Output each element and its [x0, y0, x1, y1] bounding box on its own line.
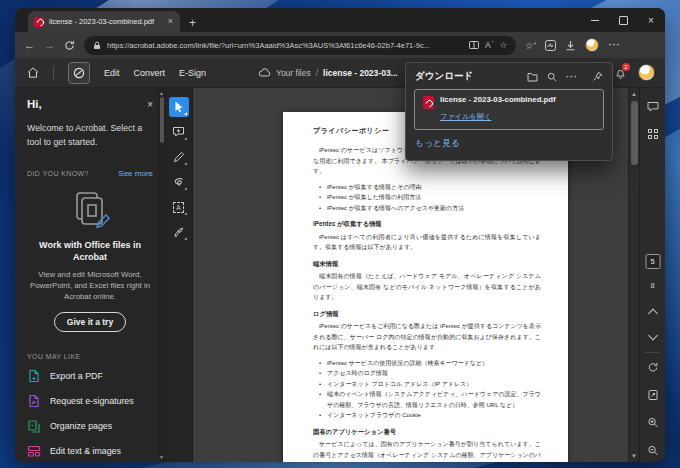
comment-tool[interactable] — [169, 122, 189, 142]
back-button[interactable]: ← — [24, 40, 35, 51]
pdf-bullet: iPentec サービスの使用状況の詳細（検索キーワードなど） — [313, 358, 541, 369]
favorites-bar-icon[interactable]: ☆+ — [525, 40, 536, 51]
open-file-link[interactable]: ファイルを開く — [440, 112, 491, 122]
menu-esign[interactable]: E-Sign — [179, 68, 206, 78]
forward-button[interactable]: → — [44, 40, 55, 51]
scroll-down-icon[interactable]: ▼ — [631, 453, 637, 459]
promo-description: View and edit Microsoft Word, PowerPoint… — [27, 269, 153, 303]
window-controls: × — [581, 8, 665, 32]
pin-downloads-icon[interactable] — [592, 71, 603, 82]
breadcrumb: Your files / license - 2023-03... PDF — [258, 68, 421, 78]
document-scrollbar[interactable]: ▲ ▼ — [628, 88, 639, 462]
pdf-file-icon — [423, 96, 434, 109]
fit-page-icon[interactable] — [647, 389, 658, 401]
menu-convert[interactable]: Convert — [134, 68, 166, 78]
greeting-text: Hi, — [27, 98, 42, 110]
home-icon[interactable] — [27, 67, 39, 78]
toolbar-right-group: 2 — [615, 64, 655, 81]
downloads-icon[interactable] — [565, 40, 576, 51]
url-field[interactable]: https://acrobat.adobe.com/link/file/?uri… — [84, 36, 516, 55]
browser-essentials-icon[interactable] — [545, 40, 556, 51]
welcome-text: Welcome to Acrobat. Select a tool to get… — [27, 122, 153, 149]
notifications-bell-icon[interactable]: 2 — [615, 67, 626, 79]
read-aloud-icon[interactable]: Aˆ — [485, 40, 493, 50]
pdf-heading: 端末情報 — [313, 260, 541, 269]
desktop-wallpaper: license - 2023-03-combined.pdf × + × ← → — [0, 0, 680, 468]
add-text-tool[interactable]: A — [169, 197, 189, 217]
page-thumbnails-icon[interactable] — [648, 129, 658, 139]
add-favorite-icon[interactable]: ☆ — [499, 40, 507, 50]
acrobat-profile-avatar[interactable] — [638, 64, 655, 81]
fill-sign-tool[interactable] — [169, 222, 189, 242]
sidebar-item-edit-text-images[interactable]: Edit text & images — [27, 439, 153, 462]
split-screen-icon[interactable] — [469, 40, 479, 50]
address-bar: ← → https://acrobat.adobe.com/link/file/… — [15, 32, 665, 58]
zoom-in-icon[interactable] — [647, 417, 658, 428]
text-box-icon: A — [173, 202, 184, 213]
comments-panel-icon[interactable] — [646, 101, 659, 113]
request-esignatures-icon — [27, 394, 41, 408]
maximize-button[interactable] — [609, 8, 637, 32]
sidebar-item-label: Organize pages — [50, 421, 112, 431]
pdf-bullet: iPentec が収集する情報へのアクセスや更新の方法 — [313, 203, 541, 214]
rail-divider — [645, 352, 660, 353]
search-downloads-icon[interactable] — [547, 72, 557, 82]
url-text: https://acrobat.adobe.com/link/file/?uri… — [107, 41, 463, 50]
select-tool[interactable] — [169, 97, 189, 117]
page-number-input[interactable]: 5 — [645, 254, 660, 269]
download-item[interactable]: license - 2023-03-combined.pdf ファイルを開く — [414, 89, 604, 130]
tab-close-icon[interactable]: × — [167, 17, 174, 26]
rotate-page-icon[interactable] — [647, 362, 658, 373]
close-window-button[interactable]: × — [637, 8, 665, 32]
see-more-link[interactable]: See more — [118, 169, 153, 178]
panel-scroll-thumb[interactable] — [160, 97, 164, 143]
pdf-heading: 固有のアプリケーション番号 — [313, 428, 541, 437]
panel-close-icon[interactable]: × — [147, 99, 153, 110]
sidebar-item-label: Export a PDF — [50, 371, 103, 381]
scroll-thumb[interactable] — [631, 101, 638, 165]
highlight-tool[interactable] — [169, 172, 189, 192]
did-you-know-label: DID YOU KNOW? — [27, 170, 89, 177]
browser-tab[interactable]: license - 2023-03-combined.pdf × — [28, 11, 180, 32]
pdf-favicon-icon — [34, 17, 44, 27]
minimize-button[interactable] — [581, 8, 609, 32]
see-more-downloads-link[interactable]: もっと見る — [406, 130, 612, 156]
lock-icon — [93, 41, 101, 50]
browser-profile-avatar[interactable] — [585, 38, 599, 52]
notification-badge: 2 — [622, 63, 630, 71]
sidebar-item-export-pdf[interactable]: Export a PDF — [27, 364, 153, 389]
download-file-name: license - 2023-03-combined.pdf — [440, 95, 556, 105]
acrobat-logo-button[interactable] — [68, 62, 90, 84]
sidebar-item-organize-pages[interactable]: Organize pages — [27, 414, 153, 439]
tool-suggestions-list: Export a PDF Request e-signatures Organi… — [27, 364, 153, 462]
office-files-icon — [27, 190, 153, 232]
previous-page-icon[interactable] — [648, 309, 658, 319]
next-page-icon[interactable] — [648, 331, 658, 341]
scroll-up-icon[interactable]: ▲ — [631, 91, 637, 97]
draw-tool[interactable] — [169, 147, 189, 167]
pdf-heading: ログ情報 — [313, 310, 541, 319]
breadcrumb-separator: / — [316, 68, 318, 78]
browser-menu-icon[interactable]: ··· — [608, 40, 620, 50]
downloads-more-icon[interactable]: ··· — [566, 72, 578, 82]
browser-window: license - 2023-03-combined.pdf × + × ← → — [15, 8, 665, 462]
pdf-bullet: インターネットブラウザの Cookie — [313, 410, 541, 421]
new-tab-button[interactable]: + — [189, 17, 196, 29]
sidebar-item-label: Request e-signatures — [50, 396, 134, 406]
breadcrumb-your-files[interactable]: Your files — [276, 68, 311, 78]
refresh-button[interactable] — [64, 40, 75, 51]
scroll-up-icon[interactable]: ▲ — [159, 90, 164, 96]
cloud-icon — [258, 68, 271, 77]
downloads-popup: ダウンロード ··· — [405, 62, 613, 161]
panel-scrollbar[interactable]: ▲ ▼ — [158, 88, 165, 462]
pdf-bullet: インターネット プロトコル アドレス（IP アドレス） — [313, 379, 541, 390]
browser-titlebar: license - 2023-03-combined.pdf × + × — [15, 8, 665, 32]
zoom-out-icon[interactable] — [647, 445, 658, 456]
sidebar-item-request-esignatures[interactable]: Request e-signatures — [27, 389, 153, 414]
menu-edit[interactable]: Edit — [104, 68, 120, 78]
promo-title: Work with Office files in Acrobat — [27, 240, 153, 263]
open-downloads-folder-icon[interactable] — [527, 72, 538, 82]
pdf-bullet: 端末のイベント情報（システムアクティビティ、ハードウェアの設定、ブラウザの種類、… — [313, 389, 541, 410]
give-it-a-try-button[interactable]: Give it a try — [54, 312, 126, 332]
scroll-down-icon[interactable]: ▼ — [159, 454, 164, 460]
